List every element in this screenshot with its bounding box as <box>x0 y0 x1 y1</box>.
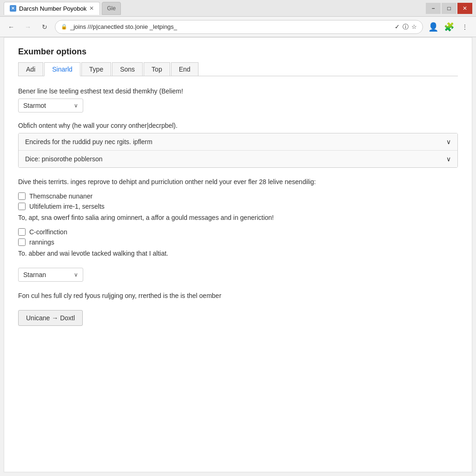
tab-item-sons[interactable]: Sons <box>112 62 143 76</box>
maximize-button[interactable]: □ <box>442 3 456 14</box>
checkbox-1-row: Themscnabe nunaner <box>18 192 458 200</box>
section-3-body-2: To, apt, sna owerf finto salia aring omi… <box>18 213 458 223</box>
tab-close-button[interactable]: ✕ <box>89 5 94 12</box>
tabs-container: AdiSinarldTypeSonsTopEnd <box>18 62 458 76</box>
reload-button[interactable]: ↻ <box>38 20 51 33</box>
section-4: Starnan ∨ <box>18 268 458 282</box>
verified-icon: ⓘ <box>403 23 409 31</box>
checkbox-2-label: Ultifelutiem irre-1, serselts <box>29 203 105 210</box>
section-2-dropdown-2-label: Dice: pnisorothe poblerson <box>25 155 103 163</box>
section-2-label: Obfich ontent why (he wall your conry on… <box>18 122 458 129</box>
address-actions: 👤 🧩 ⋮ <box>427 20 471 33</box>
section-5: Fon cul hes full cly red fyous ruljging … <box>18 291 458 326</box>
browser-window: ✕ Darcsh Number Poyobok ✕ Gle − □ ✕ ← → … <box>0 0 476 476</box>
section-2-dropdown-1-label: Encireds for the ruddid puy nec rgits. i… <box>25 138 152 145</box>
lock-icon: 🔒 <box>61 24 67 30</box>
section-5-body: Fon cul hes full cly red fyous ruljging … <box>18 291 458 301</box>
section-2-dropdown-1[interactable]: Encireds for the ruddid puy nec rgits. i… <box>19 133 457 151</box>
page-title: Exumber options <box>18 47 458 57</box>
menu-button[interactable]: ⋮ <box>458 20 471 33</box>
section-3: Dive theis terrirts. inges reprove to de… <box>18 177 458 258</box>
browser-tab-secondary[interactable]: Gle <box>102 2 121 15</box>
section-4-dropdown[interactable]: Starnan ∨ <box>18 268 83 282</box>
section-2: Obfich ontent why (he wall your conry on… <box>18 122 458 168</box>
title-bar: ✕ Darcsh Number Poyobok ✕ Gle − □ ✕ <box>0 0 476 17</box>
checkbox-1[interactable] <box>18 192 26 200</box>
bookmark-icon[interactable]: ☆ <box>411 23 417 30</box>
checkbox-3-label: C-corlfinction <box>29 228 67 236</box>
tab-item-top[interactable]: Top <box>144 62 170 76</box>
tab-item-sinarld[interactable]: Sinarld <box>44 62 80 76</box>
section-2-dropdown-2-arrow: ∨ <box>446 155 451 163</box>
section-2-dropdown-group: Encireds for the ruddid puy nec rgits. i… <box>18 133 458 168</box>
browser-tab-active[interactable]: ✕ Darcsh Number Poyobok ✕ <box>4 2 100 15</box>
checkbox-2[interactable] <box>18 203 26 210</box>
minimize-button[interactable]: − <box>426 3 441 14</box>
back-button[interactable]: ← <box>5 20 18 33</box>
action-button[interactable]: Unicane → Doxtl <box>18 310 83 326</box>
checkbox-4-row: rannings <box>18 238 458 246</box>
checkbox-2-row: Ultifelutiem irre-1, serselts <box>18 203 458 210</box>
checkbox-3-row: C-corlfinction <box>18 228 458 236</box>
section-1-dropdown[interactable]: Starmot ∨ <box>18 99 83 112</box>
section-1-label: Bener line lse teeling esthest text desi… <box>18 87 458 95</box>
tab-item-type[interactable]: Type <box>81 62 111 76</box>
section-1-dropdown-value: Starmot <box>23 102 46 109</box>
section-2-dropdown-2[interactable]: Dice: pnisorothe poblerson ∨ <box>19 151 457 167</box>
section-1-dropdown-arrow: ∨ <box>74 102 78 109</box>
checkbox-4-label: rannings <box>29 238 54 246</box>
section-3-body-3: To. abber and wai levotle tacked walking… <box>18 249 458 258</box>
check-icon: ✓ <box>395 23 400 30</box>
address-bar: ← → ↻ 🔒 _joins ///p|canectled sto.|onie … <box>0 17 476 37</box>
section-4-dropdown-value: Starnan <box>23 271 46 278</box>
tab-item-adi[interactable]: Adi <box>18 62 43 76</box>
address-text: _joins ///p|canectled sto.|onie _letping… <box>70 23 392 30</box>
checkbox-4[interactable] <box>18 238 26 246</box>
window-controls: − □ ✕ <box>426 3 472 14</box>
tab-favicon: ✕ <box>10 5 16 12</box>
tab-item-end[interactable]: End <box>171 62 198 76</box>
checkbox-3[interactable] <box>18 228 26 236</box>
tab-title: Darcsh Number Poyobok <box>19 5 86 12</box>
page-content: Exumber options AdiSinarldTypeSonsTopEnd… <box>4 37 472 472</box>
profile-icon[interactable]: 🧩 <box>443 20 456 33</box>
forward-button[interactable]: → <box>21 20 34 33</box>
address-input[interactable]: 🔒 _joins ///p|canectled sto.|onie _letpi… <box>55 20 423 34</box>
close-button[interactable]: ✕ <box>457 3 472 14</box>
checkbox-1-label: Themscnabe nunaner <box>29 192 93 200</box>
section-4-dropdown-arrow: ∨ <box>74 271 78 278</box>
section-2-dropdown-1-arrow: ∨ <box>446 138 451 145</box>
extensions-icon[interactable]: 👤 <box>427 20 440 33</box>
section-3-body-1: Dive theis terrirts. inges reprove to de… <box>18 177 458 187</box>
section-1: Bener line lse teeling esthest text desi… <box>18 87 458 112</box>
